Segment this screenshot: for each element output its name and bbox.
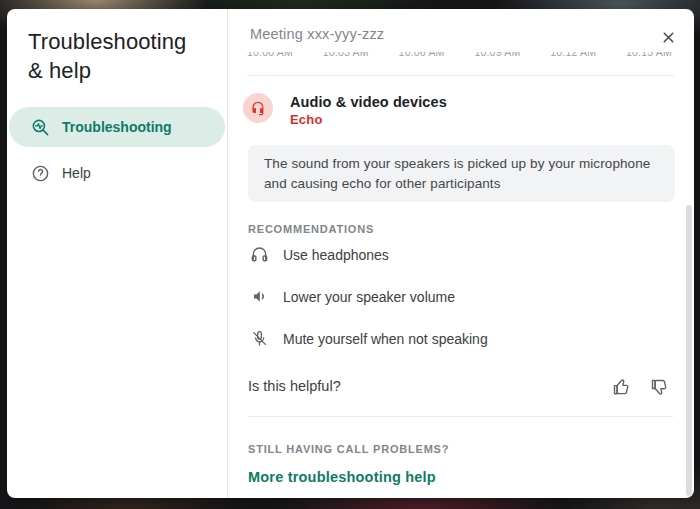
issue-name: Echo — [290, 112, 323, 127]
meeting-title: Meeting xxx-yyy-zzz — [250, 26, 384, 42]
troubleshoot-icon — [31, 118, 50, 137]
help-icon — [31, 164, 50, 183]
sidebar-item-help[interactable]: Help — [9, 153, 225, 193]
recommendation-label: Use headphones — [283, 247, 389, 263]
timeline-tick: 10:03 AM — [323, 52, 369, 59]
feedback-question: Is this helpful? — [248, 378, 341, 394]
timeline-tick: 10:09 AM — [474, 52, 520, 59]
troubleshooting-panel: Meeting xxx-yyy-zzz 10:00 AM 10:03 AM 10… — [228, 9, 694, 498]
recommendation-label: Lower your speaker volume — [283, 289, 455, 305]
recommendation-lower-volume: Lower your speaker volume — [250, 287, 455, 306]
close-icon[interactable] — [654, 23, 682, 51]
troubleshooting-dialog: Troubleshooting & help Troubleshooting H… — [7, 9, 694, 498]
timeline-tick: 10:15 AM — [626, 52, 672, 59]
headphones-icon — [250, 245, 269, 264]
timeline-tick: 10:00 AM — [247, 52, 293, 59]
issue-description: The sound from your speakers is picked u… — [248, 145, 675, 202]
sidebar-item-label: Help — [62, 165, 91, 181]
section-divider — [248, 416, 673, 417]
recommendation-use-headphones: Use headphones — [250, 245, 389, 264]
mic-off-icon — [250, 329, 269, 348]
sidebar-item-label: Troubleshooting — [62, 119, 172, 135]
thumb-down-icon[interactable] — [648, 375, 672, 399]
recommendation-mute-yourself: Mute yourself when not speaking — [250, 329, 488, 348]
timeline-axis: 10:00 AM 10:03 AM 10:06 AM 10:09 AM 10:1… — [247, 52, 672, 62]
timeline-divider — [247, 75, 674, 76]
sidebar-item-troubleshooting[interactable]: Troubleshooting — [9, 107, 225, 147]
page-title: Troubleshooting & help — [7, 27, 227, 85]
headset-mic-icon — [243, 93, 273, 123]
recommendation-label: Mute yourself when not speaking — [283, 331, 488, 347]
issue-category: Audio & video devices — [290, 94, 447, 110]
recommendations-heading: RECOMMENDATIONS — [248, 223, 374, 235]
sidebar: Troubleshooting & help Troubleshooting H… — [7, 9, 228, 498]
still-problems-heading: STILL HAVING CALL PROBLEMS? — [248, 443, 449, 455]
volume-down-icon — [250, 287, 269, 306]
timeline-tick: 10:06 AM — [399, 52, 445, 59]
timeline-tick: 10:12 AM — [550, 52, 596, 59]
more-troubleshooting-help-link[interactable]: More troubleshooting help — [248, 469, 436, 485]
scrollbar[interactable] — [686, 205, 692, 496]
thumb-up-icon[interactable] — [610, 375, 634, 399]
